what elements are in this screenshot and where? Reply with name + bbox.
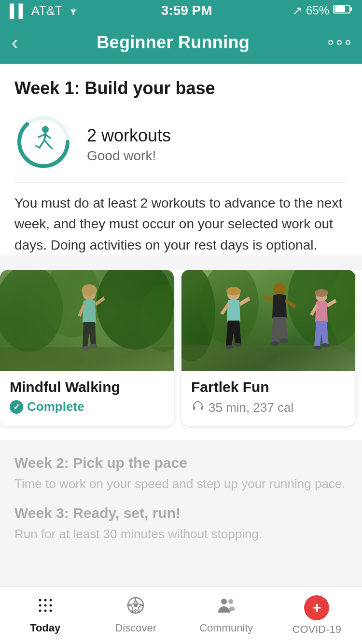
location-icon: ↗: [292, 4, 302, 17]
svg-point-30: [226, 345, 234, 349]
workout-card-walking[interactable]: Mindful Walking ✓ Complete: [0, 270, 174, 426]
svg-point-37: [314, 346, 322, 350]
signal-bars: ▌▌: [10, 3, 28, 18]
svg-point-34: [279, 338, 288, 343]
nav-item-covid[interactable]: + COVID-19: [272, 587, 362, 644]
svg-point-38: [321, 343, 329, 347]
svg-line-9: [45, 134, 50, 138]
week-2-desc: Time to work on your speed and step up y…: [14, 475, 348, 493]
svg-rect-2: [350, 7, 352, 11]
description-text: You must do at least 2 workouts to advan…: [14, 193, 348, 255]
card-name-fartlek: Fartlek Fun: [191, 379, 346, 395]
battery-label: 65%: [306, 4, 329, 17]
svg-point-33: [271, 341, 279, 346]
svg-point-40: [44, 599, 46, 602]
nav-item-discover[interactable]: Discover: [91, 587, 181, 644]
status-bar: ▌▌ AT&T 3:59 PM ↗ 65%: [0, 0, 362, 21]
svg-point-0: [72, 13, 74, 15]
card-status-walking: ✓ Complete: [10, 399, 164, 414]
more-options[interactable]: [328, 40, 350, 45]
week-3-item: Week 3: Ready, set, run! Run for at leas…: [14, 505, 348, 544]
svg-point-42: [39, 604, 41, 607]
svg-line-12: [36, 146, 40, 148]
svg-point-39: [39, 599, 41, 602]
svg-point-36: [315, 289, 328, 297]
svg-point-22: [89, 344, 97, 349]
covid-icon: +: [304, 595, 329, 620]
svg-point-20: [82, 284, 97, 296]
dot-3: [346, 40, 350, 45]
card-image-fartlek: [181, 270, 355, 371]
cards-section: Mindful Walking ✓ Complete: [0, 270, 362, 440]
week-2-title: Week 2: Pick up the pace: [14, 455, 348, 471]
carrier-label: AT&T: [31, 3, 63, 18]
week-title: Week 1: Build your base: [14, 78, 348, 98]
today-icon: [36, 596, 55, 619]
svg-point-45: [39, 610, 41, 612]
svg-point-31: [234, 343, 241, 347]
svg-rect-27: [181, 345, 355, 371]
battery-icon: [333, 4, 352, 17]
bottom-nav: Today Discover C: [0, 586, 362, 644]
card-meta-fartlek: 35 min, 237 cal: [191, 399, 346, 416]
svg-point-47: [49, 610, 52, 612]
svg-point-46: [44, 610, 46, 612]
dot-2: [337, 40, 342, 45]
svg-point-43: [44, 604, 46, 607]
svg-line-10: [40, 140, 44, 148]
workout-card-fartlek[interactable]: Fartlek Fun 35 min, 237 cal: [181, 270, 355, 426]
workout-counter: 2 workouts Good work!: [14, 113, 348, 171]
nav-item-community[interactable]: Community: [181, 587, 272, 644]
discover-label: Discover: [115, 622, 156, 634]
back-button[interactable]: ‹: [12, 32, 18, 54]
svg-point-21: [82, 346, 90, 351]
community-icon: [217, 596, 236, 619]
workout-cards-list: Mindful Walking ✓ Complete: [0, 270, 362, 440]
card-body-walking: Mindful Walking ✓ Complete: [0, 371, 174, 424]
svg-line-13: [49, 146, 52, 149]
week-2-item: Week 2: Pick up the pace Time to work on…: [14, 455, 348, 493]
main-content: Week 1: Build your base: [0, 64, 362, 255]
nav-item-today[interactable]: Today: [0, 587, 91, 644]
svg-rect-3: [334, 6, 345, 12]
svg-point-44: [49, 604, 52, 607]
status-right: ↗ 65%: [292, 4, 352, 17]
community-label: Community: [199, 622, 253, 634]
svg-point-55: [221, 599, 227, 604]
complete-check-icon: ✓: [10, 400, 23, 414]
covid-label: COVID-19: [292, 623, 341, 636]
workout-count: 2 workouts: [87, 120, 171, 145]
status-time: 3:59 PM: [161, 3, 212, 18]
svg-point-32: [273, 283, 286, 295]
section-divider: [14, 182, 348, 183]
complete-label: Complete: [27, 399, 84, 414]
workout-info: 2 workouts Good work!: [87, 120, 171, 164]
page-title: Beginner Running: [97, 32, 250, 53]
svg-point-41: [49, 599, 52, 602]
workout-subtitle: Good work!: [87, 148, 171, 164]
card-body-fartlek: Fartlek Fun 35 min, 237 cal: [181, 371, 355, 426]
nav-header: ‹ Beginner Running: [0, 21, 362, 64]
card-name-walking: Mindful Walking: [10, 379, 164, 395]
runner-icon: [36, 126, 52, 149]
card-image-walking: [0, 270, 174, 371]
dot-1: [328, 40, 333, 45]
discover-icon: [126, 596, 145, 619]
svg-line-11: [44, 140, 49, 146]
today-label: Today: [30, 622, 60, 634]
progress-circle: [14, 113, 72, 171]
headphone-icon: [191, 399, 205, 416]
svg-point-50: [134, 603, 138, 607]
week-3-desc: Run for at least 30 minutes without stop…: [14, 525, 348, 544]
week-3-title: Week 3: Ready, set, run!: [14, 505, 348, 521]
wifi-icon: [66, 3, 81, 18]
svg-point-56: [228, 599, 233, 604]
fartlek-meta-text: 35 min, 237 cal: [209, 400, 293, 415]
svg-point-6: [42, 126, 49, 133]
status-left: ▌▌ AT&T: [10, 3, 81, 18]
svg-point-29: [226, 287, 241, 295]
